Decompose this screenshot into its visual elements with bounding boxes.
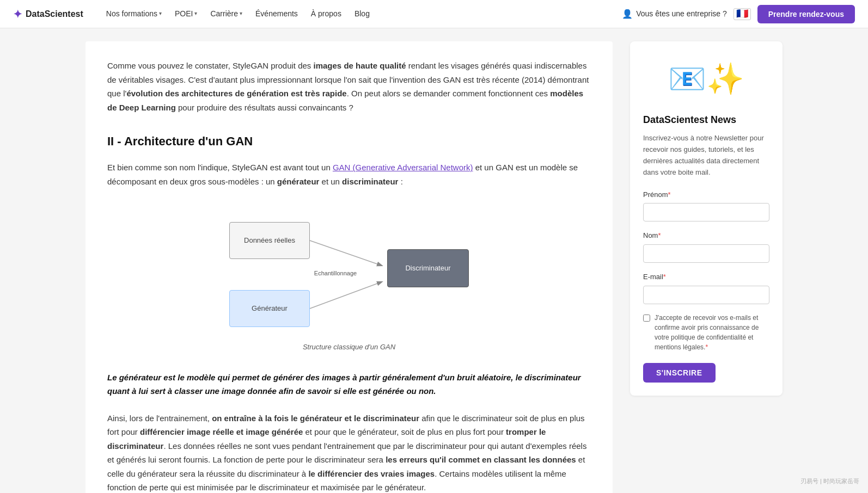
nom-group: Nom* — [643, 230, 769, 263]
svg-line-1 — [310, 282, 382, 309]
prenom-input[interactable] — [643, 203, 769, 221]
logo-icon: ✦ — [13, 5, 22, 23]
logo-text: DataScientest — [26, 7, 83, 21]
intro-paragraph: Comme vous pouvez le constater, StyleGAN… — [107, 59, 591, 114]
gan-intro-paragraph: Et bien comme son nom l'indique, StyleGA… — [107, 161, 591, 188]
consent-row: J'accepte de recevoir vos e-mails et con… — [643, 313, 769, 352]
site-logo[interactable]: ✦ DataScientest — [13, 5, 83, 23]
watermark: 刃易号 | 时尚玩家岳哥 — [800, 477, 859, 486]
consent-checkbox[interactable] — [643, 315, 650, 322]
svg-text:Echantillonnage: Echantillonnage — [314, 270, 357, 276]
diagram-caption: Structure classique d'un GAN — [303, 342, 395, 353]
blockquote-text: Le générateur est le modèle qui permet d… — [107, 373, 581, 396]
newsletter-illustration: 📧✨ — [643, 54, 769, 103]
enterprise-icon: 👤 — [622, 7, 633, 21]
nom-label: Nom* — [643, 230, 769, 242]
newsletter-desc: Inscrivez-vous à notre Newsletter pour r… — [643, 133, 769, 178]
section-heading: II - Architecture d'un GAN — [107, 132, 591, 151]
para1-text4: pour produire des résultats aussi convai… — [176, 103, 353, 112]
subscribe-button[interactable]: S'INSCRIRE — [643, 363, 716, 383]
chevron-down-icon: ▾ — [240, 9, 242, 18]
para2-text1: Et bien comme son nom l'indique, StyleGA… — [107, 163, 333, 172]
para3-bold1: on entraîne à la fois le générateur et l… — [212, 414, 419, 423]
blockquote: Le générateur est le modèle qui permet d… — [107, 371, 591, 398]
nav-link-poei[interactable]: POEI ▾ — [169, 4, 203, 23]
nav-link-carriere[interactable]: Carrière ▾ — [205, 4, 248, 23]
nav-link-evenements[interactable]: Événements — [250, 4, 303, 23]
chevron-down-icon: ▾ — [159, 9, 162, 18]
para1-bold2: évolution des architectures de génératio… — [126, 89, 346, 98]
gan-link[interactable]: GAN (Generative Adversarial Network) — [333, 163, 473, 172]
email-input[interactable] — [643, 286, 769, 304]
para2-text4: : — [398, 177, 402, 186]
para1-bold1: images de haute qualité — [314, 61, 406, 70]
nav-right: 👤 Vous êtes une entreprise ? 🇫🇷 Prendre … — [622, 5, 855, 23]
nav-link-blog[interactable]: Blog — [349, 4, 375, 23]
article-content: Comme vous pouvez le constater, StyleGAN… — [85, 41, 613, 493]
para2-bold2: discriminateur — [342, 177, 398, 186]
diagram-box-real: Données réelles — [229, 222, 310, 259]
cta-button[interactable]: Prendre rendez-vous — [757, 5, 855, 23]
gan-diagram: Echantillonnage Données réelles Générate… — [213, 206, 485, 336]
newsletter-title: DataScientest News — [643, 112, 769, 128]
diagram-box-discriminator: Discriminateur — [387, 249, 469, 287]
consent-label: J'accepte de recevoir vos e-mails et con… — [655, 313, 769, 352]
email-label: E-mail* — [643, 272, 769, 283]
nom-input[interactable] — [643, 244, 769, 263]
para3-text3: et pour que le générateur, soit de plus … — [303, 427, 506, 436]
newsletter-card: 📧✨ DataScientest News Inscrivez-vous à n… — [630, 41, 783, 396]
nav-link-formations[interactable]: Nos formations ▾ — [101, 4, 167, 23]
para1-text3: . On peut alors se demander comment fonc… — [347, 89, 551, 98]
language-selector[interactable]: 🇫🇷 — [733, 8, 751, 20]
diagram-box-generator: Générateur — [229, 290, 310, 327]
prenom-group: Prénom* — [643, 189, 769, 222]
page-wrapper: Comme vous pouvez le constater, StyleGAN… — [75, 28, 793, 493]
sidebar: 📧✨ DataScientest News Inscrivez-vous à n… — [630, 41, 783, 396]
enterprise-link[interactable]: 👤 Vous êtes une entreprise ? — [622, 7, 727, 21]
navbar: ✦ DataScientest Nos formations ▾ POEI ▾ … — [0, 0, 868, 28]
para3-bold5: le différencier des vraies images — [308, 469, 435, 478]
para3-bold2: différencier image réelle et image génér… — [140, 427, 303, 436]
diagram-container: Echantillonnage Données réelles Générate… — [107, 206, 591, 353]
para1-text1: Comme vous pouvez le constater, StyleGAN… — [107, 61, 314, 70]
nav-link-apropos[interactable]: À propos — [305, 4, 347, 23]
chevron-down-icon: ▾ — [194, 9, 197, 18]
para3-text1: Ainsi, lors de l'entrainement, — [107, 414, 212, 423]
para2-text3: et un — [319, 177, 342, 186]
training-paragraph: Ainsi, lors de l'entrainement, on entraî… — [107, 411, 591, 493]
svg-line-0 — [310, 241, 382, 266]
email-group: E-mail* — [643, 272, 769, 304]
prenom-label: Prénom* — [643, 189, 769, 201]
para3-bold4: les erreurs qu'il commet en classant les… — [386, 455, 576, 464]
newsletter-icon: 📧✨ — [668, 54, 744, 103]
para2-bold1: générateur — [277, 177, 320, 186]
nav-links: Nos formations ▾ POEI ▾ Carrière ▾ Événe… — [101, 4, 622, 23]
